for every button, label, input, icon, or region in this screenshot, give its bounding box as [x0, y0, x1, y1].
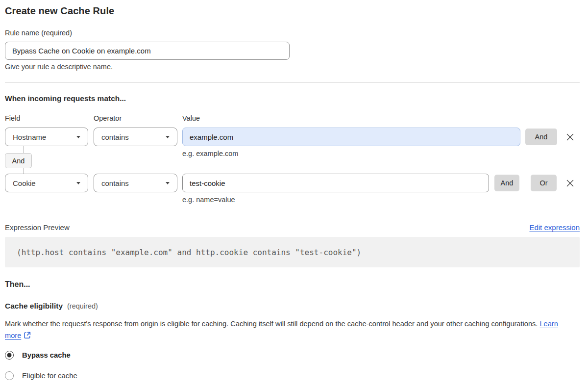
required-note: (required): [67, 302, 98, 310]
field-select-2-value: Cookie: [13, 179, 36, 187]
expression-code-block: (http.host contains "example.com" and ht…: [5, 237, 580, 267]
value-hint-1: e.g. example.com: [182, 150, 238, 157]
match-heading: When incoming requests match...: [5, 94, 580, 103]
expression-code: (http.host contains "example.com" and ht…: [17, 248, 361, 257]
then-heading: Then...: [5, 280, 580, 289]
value-column-label: Value: [182, 114, 200, 123]
remove-condition-icon[interactable]: [566, 179, 574, 187]
page-title: Create new Cache Rule: [5, 5, 580, 17]
match-row-1: Hostname contains And: [5, 128, 580, 146]
operator-select-1-value: contains: [101, 133, 129, 141]
chevron-down-icon: [166, 182, 170, 184]
field-select-1-value: Hostname: [13, 133, 46, 141]
and-button-row-2[interactable]: And: [494, 175, 519, 191]
field-select-2[interactable]: Cookie: [5, 174, 88, 192]
match-row-2: Cookie contains And Or: [5, 174, 580, 192]
or-button-row-2[interactable]: Or: [531, 175, 557, 191]
cache-eligibility-description: Mark whether the request's response from…: [5, 318, 573, 342]
connector-zone: And e.g. example.com: [5, 146, 580, 174]
match-column-labels: Field Operator Value: [5, 114, 580, 123]
value-input-2[interactable]: [182, 174, 489, 192]
connector-line: [23, 168, 24, 174]
edit-expression-link[interactable]: Edit expression: [529, 223, 580, 232]
radio-label: Bypass cache: [22, 351, 71, 359]
section-divider: [5, 82, 580, 83]
operator-select-2-value: contains: [101, 179, 129, 187]
cache-eligibility-heading-row: Cache eligibility (required): [5, 302, 580, 311]
create-cache-rule-form: Create new Cache Rule Rule name (require…: [0, 0, 588, 389]
radio-option-eligible-for-cache[interactable]: Eligible for cache: [5, 371, 580, 380]
chevron-down-icon: [166, 136, 170, 138]
and-connector-button[interactable]: And: [5, 153, 32, 168]
operator-select-1[interactable]: contains: [94, 128, 177, 146]
rule-name-label: Rule name (required): [5, 29, 580, 37]
chevron-down-icon: [76, 182, 80, 184]
rule-name-input[interactable]: [5, 42, 290, 60]
connector-line: [23, 146, 24, 153]
chevron-down-icon: [76, 136, 80, 138]
and-button-row-1[interactable]: And: [525, 129, 557, 145]
operator-select-2[interactable]: contains: [94, 174, 177, 192]
rule-name-helper: Give your rule a descriptive name.: [5, 63, 580, 71]
field-column-label: Field: [5, 114, 94, 123]
expression-preview-label: Expression Preview: [5, 223, 70, 232]
expression-preview-row: Expression Preview Edit expression: [5, 223, 580, 232]
external-link-icon: [24, 331, 31, 342]
operator-column-label: Operator: [94, 114, 182, 123]
cache-eligibility-heading: Cache eligibility: [5, 302, 63, 311]
field-select-1[interactable]: Hostname: [5, 128, 88, 146]
value-input-1[interactable]: [182, 128, 520, 146]
radio-label: Eligible for cache: [22, 372, 77, 380]
radio-selected-icon[interactable]: [5, 351, 14, 360]
radio-option-bypass-cache[interactable]: Bypass cache: [5, 351, 580, 360]
description-text: Mark whether the request's response from…: [5, 320, 538, 328]
value-hint-2: e.g. name=value: [182, 196, 580, 204]
remove-condition-icon[interactable]: [566, 133, 574, 141]
radio-unselected-icon[interactable]: [5, 371, 14, 380]
